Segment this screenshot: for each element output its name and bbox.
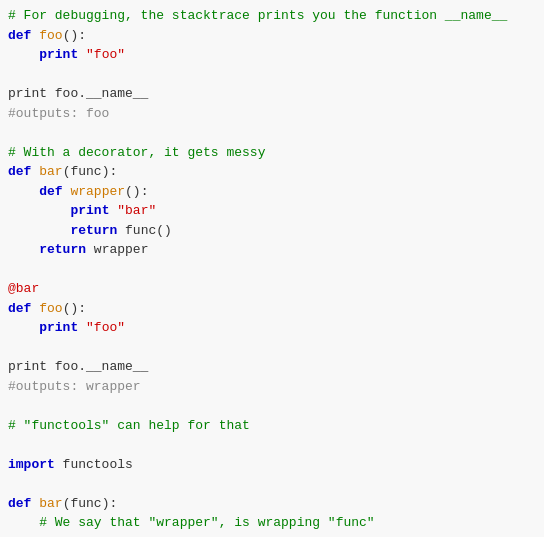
code-token: print foo.: [8, 86, 86, 101]
code-token: [8, 184, 39, 199]
code-token: __name__: [86, 86, 148, 101]
code-line: print foo.__name__: [8, 84, 536, 104]
code-line: def bar(func):: [8, 494, 536, 514]
code-token: functools: [55, 457, 133, 472]
code-token: [78, 320, 86, 335]
code-token: print: [39, 47, 78, 62]
code-token: "foo": [86, 47, 125, 62]
code-token: def: [8, 301, 39, 316]
code-line: print "bar": [8, 201, 536, 221]
code-token: # With a decorator, it gets messy: [8, 145, 265, 160]
code-line: [8, 260, 536, 280]
code-token: print: [39, 320, 78, 335]
code-line: print foo.__name__: [8, 357, 536, 377]
code-token: "bar": [117, 203, 156, 218]
code-line: # For debugging, the stacktrace prints y…: [8, 6, 536, 26]
code-line: @bar: [8, 279, 536, 299]
code-line: return func(): [8, 221, 536, 241]
code-token: import: [8, 457, 55, 472]
code-token: wrapper: [86, 242, 148, 257]
code-token: bar: [39, 496, 62, 511]
code-token: def: [8, 496, 39, 511]
code-line: def foo():: [8, 26, 536, 46]
code-line: [8, 435, 536, 455]
code-token: [8, 47, 39, 62]
code-line: #outputs: foo: [8, 104, 536, 124]
code-token: def: [39, 184, 70, 199]
code-token: return: [70, 223, 117, 238]
code-token: print: [70, 203, 109, 218]
code-token: foo: [39, 301, 62, 316]
code-line: def bar(func):: [8, 162, 536, 182]
code-token: ():: [125, 184, 148, 199]
code-token: [8, 223, 70, 238]
code-token: "foo": [86, 320, 125, 335]
code-content: # For debugging, the stacktrace prints y…: [8, 6, 536, 537]
code-token: #outputs: wrapper: [8, 379, 141, 394]
code-token: [8, 320, 39, 335]
code-line: [8, 396, 536, 416]
code-token: # For debugging, the stacktrace prints y…: [8, 8, 507, 23]
code-token: func(): [117, 223, 172, 238]
code-line: def wrapper():: [8, 182, 536, 202]
code-line: import functools: [8, 455, 536, 475]
code-token: (func):: [63, 164, 118, 179]
code-line: [8, 65, 536, 85]
code-line: print "foo": [8, 318, 536, 338]
code-line: # With a decorator, it gets messy: [8, 143, 536, 163]
code-token: # We say that "wrapper", is wrapping "fu…: [39, 515, 374, 530]
code-token: bar: [39, 164, 62, 179]
code-token: # "functools" can help for that: [8, 418, 250, 433]
code-line: [8, 474, 536, 494]
code-line: # and the magic begins: [8, 533, 536, 538]
code-token: def: [8, 164, 39, 179]
code-token: [8, 242, 39, 257]
code-token: wrapper: [70, 184, 125, 199]
code-line: # "functools" can help for that: [8, 416, 536, 436]
code-token: (func):: [63, 496, 118, 511]
code-line: return wrapper: [8, 240, 536, 260]
code-line: #outputs: wrapper: [8, 377, 536, 397]
code-token: @bar: [8, 281, 39, 296]
code-line: [8, 338, 536, 358]
code-token: ():: [63, 28, 86, 43]
code-token: foo: [39, 28, 62, 43]
code-editor: # For debugging, the stacktrace prints y…: [0, 0, 544, 537]
code-token: print foo.: [8, 359, 86, 374]
code-line: print "foo": [8, 45, 536, 65]
code-token: [78, 47, 86, 62]
code-token: #outputs: foo: [8, 106, 109, 121]
code-token: [8, 203, 70, 218]
code-token: return: [39, 242, 86, 257]
code-token: ():: [63, 301, 86, 316]
code-line: def foo():: [8, 299, 536, 319]
code-token: __name__: [86, 359, 148, 374]
code-line: [8, 123, 536, 143]
code-token: [8, 515, 39, 530]
code-token: def: [8, 28, 39, 43]
code-line: # We say that "wrapper", is wrapping "fu…: [8, 513, 536, 533]
